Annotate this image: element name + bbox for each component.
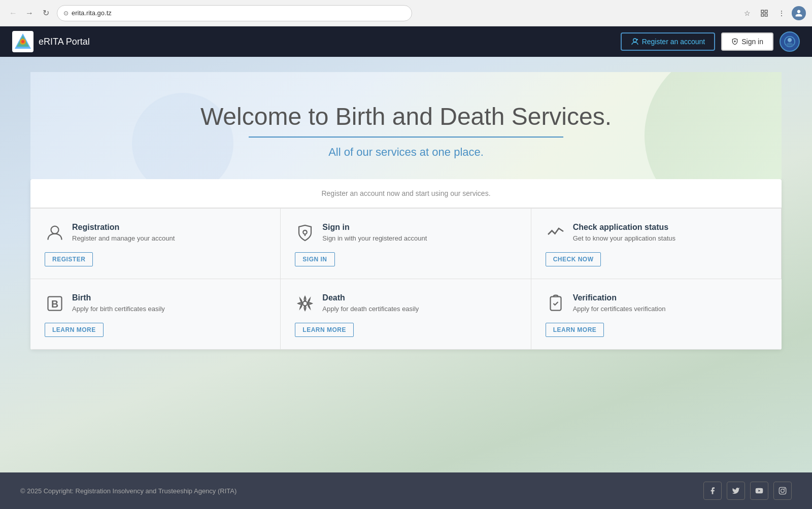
browser-actions: ☆ ⋮ [740,6,806,20]
service-card-signin[interactable]: Sign in Sign in with your registered acc… [281,209,531,279]
address-icon: ⊙ [63,10,69,17]
twitter-button[interactable] [727,482,745,500]
hero-section: Welcome to Birth and Death Services. All… [30,72,782,179]
nav-actions: Register an account Sign in [621,31,800,52]
brand-logo [12,31,33,52]
service-desc-birth: Apply for birth certificates easily [72,304,266,314]
hero-subtitle: All of our services at one place. [41,146,771,159]
service-card-registration[interactable]: Registration Register and manage your ac… [30,209,281,279]
service-info-verification: Verification Apply for certificates veri… [573,293,767,314]
facebook-button[interactable] [703,482,722,500]
clipboard-check-icon [546,293,566,314]
service-desc-status: Get to know your application status [573,234,767,243]
brand: eRITA Portal [12,31,90,52]
svg-point-8 [633,39,636,42]
svg-rect-3 [765,14,767,16]
service-info-registration: Registration Register and manage your ac… [72,223,266,243]
svg-rect-0 [761,10,764,13]
service-info-death: Death Apply for death certificates easil… [322,293,516,314]
signin-button[interactable]: Sign in [721,32,773,51]
person-icon [45,223,65,243]
shield-lock-icon [295,223,315,243]
service-header-registration: Registration Register and manage your ac… [45,223,266,243]
svg-point-21 [781,489,785,493]
main-background: Welcome to Birth and Death Services. All… [0,57,812,472]
service-title-signin: Sign in [322,223,516,232]
services-grid: Registration Register and manage your ac… [30,208,782,350]
service-title-status: Check application status [573,223,767,232]
browser-chrome: ← → ↻ ⊙ erita.rita.go.tz ☆ ⋮ [0,0,812,26]
instagram-button[interactable] [773,482,792,500]
service-info-status: Check application status Get to know you… [573,223,767,243]
services-tagline: Register an account now and start using … [30,179,782,208]
url-text: erita.rita.go.tz [72,9,112,17]
browser-nav-buttons: ← → ↻ [6,6,53,20]
check-now-button[interactable]: CHECK NOW [546,252,601,266]
forward-button[interactable]: → [22,6,37,20]
service-header-signin: Sign in Sign in with your registered acc… [295,223,516,243]
svg-point-7 [21,40,24,43]
hero-title: Welcome to Birth and Death Services. [41,103,771,130]
service-title-registration: Registration [72,223,266,232]
star-button[interactable]: ☆ [740,6,754,20]
top-navigation: eRITA Portal Register an account Sign in [0,26,812,57]
footer: © 2025 Copyright: Registration Insolvenc… [0,472,812,509]
death-learn-more-button[interactable]: LEARN MORE [295,323,354,337]
sign-in-button[interactable]: SIGN IN [295,252,334,266]
service-header-status: Check application status Get to know you… [546,223,767,243]
services-card: Register an account now and start using … [30,179,782,350]
service-desc-signin: Sign in with your registered account [322,234,516,243]
app-container: eRITA Portal Register an account Sign in [0,26,812,509]
svg-point-11 [734,41,735,42]
youtube-button[interactable] [750,482,768,500]
register-button[interactable]: REGISTER [45,252,93,266]
service-card-birth[interactable]: B Birth Apply for birth certificates eas… [30,279,281,350]
svg-point-14 [303,230,308,234]
menu-button[interactable]: ⋮ [774,6,789,20]
service-desc-registration: Register and manage your account [72,234,266,243]
footer-copyright: © 2025 Copyright: Registration Insolvenc… [20,487,236,495]
hero-underline [249,137,563,138]
address-bar[interactable]: ⊙ erita.rita.go.tz [57,5,412,21]
service-header-verification: Verification Apply for certificates veri… [546,293,767,314]
brand-title: eRITA Portal [39,37,90,47]
service-card-verification[interactable]: Verification Apply for certificates veri… [531,279,782,350]
extensions-button[interactable] [757,6,771,20]
browser-profile[interactable] [792,6,806,20]
footer-social [703,482,792,500]
service-title-verification: Verification [573,293,767,302]
svg-rect-1 [765,10,767,13]
svg-rect-20 [779,487,786,494]
service-desc-verification: Apply for certificates verification [573,304,767,314]
svg-rect-2 [761,14,764,16]
content-spacer [30,350,782,451]
service-desc-death: Apply for death certificates easily [322,304,516,314]
refresh-button[interactable]: ↻ [39,6,53,20]
service-title-death: Death [322,293,516,302]
activity-icon [546,223,566,243]
birth-learn-more-button[interactable]: LEARN MORE [45,323,104,337]
svg-point-22 [784,488,785,489]
back-button[interactable]: ← [6,6,20,20]
svg-point-13 [51,226,59,234]
flower-icon [295,293,315,314]
birth-icon: B [45,293,65,314]
service-info-signin: Sign in Sign in with your registered acc… [322,223,516,243]
service-card-death[interactable]: Death Apply for death certificates easil… [281,279,531,350]
register-account-button[interactable]: Register an account [621,32,716,51]
service-title-birth: Birth [72,293,266,302]
user-avatar[interactable] [780,31,800,52]
service-card-status[interactable]: Check application status Get to know you… [531,209,782,279]
service-header-birth: B Birth Apply for birth certificates eas… [45,293,266,314]
service-header-death: Death Apply for death certificates easil… [295,293,516,314]
verification-learn-more-button[interactable]: LEARN MORE [546,323,604,337]
svg-text:B: B [51,298,58,310]
service-info-birth: Birth Apply for birth certificates easil… [72,293,266,314]
